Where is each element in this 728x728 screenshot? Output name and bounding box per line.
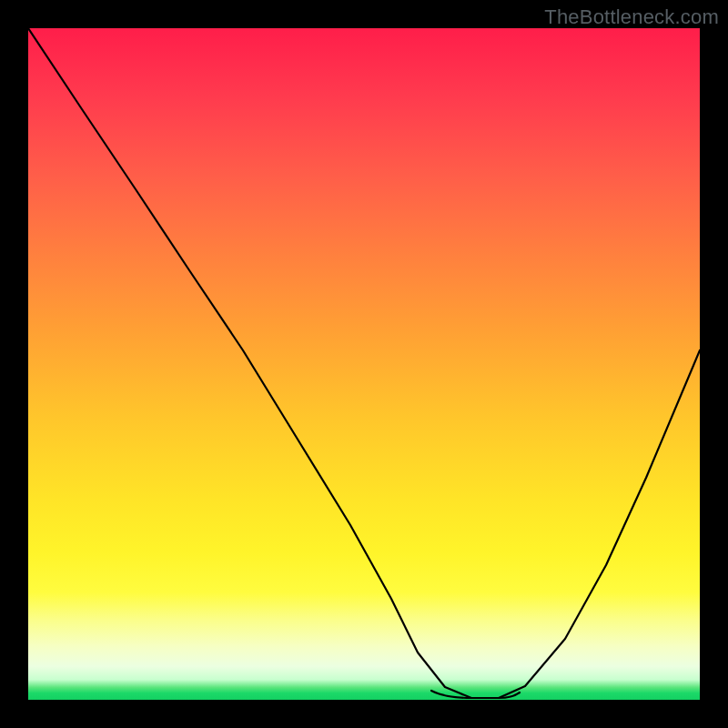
chart-frame: TheBottleneck.com [0,0,728,728]
curve-layer [28,28,700,700]
attribution-label: TheBottleneck.com [544,5,719,29]
plot-area [28,28,700,700]
bottleneck-curve [28,28,700,698]
